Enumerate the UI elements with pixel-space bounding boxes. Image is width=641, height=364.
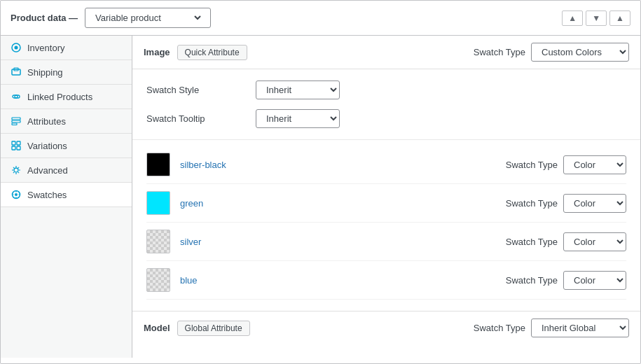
swatch-type-group-blue: Swatch Type Color Image Label bbox=[506, 271, 626, 290]
attributes-icon bbox=[11, 115, 22, 127]
swatch-type-label-blue: Swatch Type bbox=[506, 275, 558, 286]
color-name-green[interactable]: green bbox=[180, 198, 203, 209]
shipping-icon bbox=[11, 66, 22, 78]
sidebar-item-variations[interactable]: Variations bbox=[1, 134, 132, 158]
bottom-bar: Model Global Attribute Swatch Type Inher… bbox=[132, 311, 640, 344]
sidebar-item-label-variations: Variations bbox=[27, 141, 67, 151]
linked-products-icon bbox=[11, 91, 22, 102]
swatch-type-group-green: Swatch Type Color Image Label bbox=[506, 194, 626, 213]
inventory-icon bbox=[11, 42, 22, 53]
sidebar-item-label-inventory: Inventory bbox=[27, 43, 64, 53]
sidebar-item-label-attributes: Attributes bbox=[27, 116, 66, 127]
color-row-blue: blue Swatch Type Color Image Label bbox=[146, 261, 626, 300]
model-tab-label: Model bbox=[144, 323, 170, 333]
color-swatch-blue bbox=[146, 268, 170, 292]
sidebar-item-inventory[interactable]: Inventory bbox=[1, 36, 132, 60]
sidebar: Inventory Shipping Linked Products Attri… bbox=[1, 36, 132, 358]
sidebar-item-linked-products[interactable]: Linked Products bbox=[1, 85, 132, 109]
swatch-type-select-silber-black[interactable]: Color Image Label bbox=[563, 155, 626, 174]
swatch-type-select-green[interactable]: Color Image Label bbox=[563, 194, 626, 213]
sidebar-item-advanced[interactable]: Advanced bbox=[1, 158, 132, 183]
swatch-type-label: Swatch Type bbox=[474, 47, 525, 57]
swatch-tooltip-row: Swatch Tooltip Inherit Yes No bbox=[146, 109, 626, 128]
svg-rect-8 bbox=[17, 141, 20, 145]
product-data-panel: Product data — Variable product ▲ ▼ ▲ In… bbox=[0, 0, 641, 364]
product-type-wrapper: Variable product bbox=[85, 8, 211, 28]
color-name-blue[interactable]: blue bbox=[180, 275, 198, 286]
svg-rect-5 bbox=[12, 120, 20, 122]
svg-point-1 bbox=[15, 46, 18, 50]
image-tab-label: Image bbox=[144, 47, 170, 57]
product-data-header: Product data — Variable product ▲ ▼ ▲ bbox=[1, 1, 640, 36]
quick-attribute-button[interactable]: Quick Attribute bbox=[177, 45, 247, 60]
color-swatch-green bbox=[146, 191, 170, 215]
swatch-type-label-green: Swatch Type bbox=[506, 198, 558, 209]
swatch-style-label: Swatch Style bbox=[146, 85, 244, 95]
collapse-down-button[interactable]: ▼ bbox=[586, 10, 607, 26]
swatch-type-select-blue[interactable]: Color Image Label bbox=[563, 271, 626, 290]
color-swatch-silver bbox=[146, 230, 170, 253]
swatch-style-row: Swatch Style Inherit Square Circle Round… bbox=[146, 80, 626, 99]
advanced-icon bbox=[11, 164, 22, 176]
bottom-swatch-type-row: Swatch Type Inherit Global Custom Colors bbox=[474, 318, 629, 337]
svg-rect-9 bbox=[12, 146, 15, 150]
color-swatch-silber-black bbox=[146, 153, 170, 176]
expand-button[interactable]: ▲ bbox=[609, 10, 630, 26]
swatch-style-select[interactable]: Inherit Square Circle Rounded bbox=[256, 80, 340, 99]
sidebar-item-attributes[interactable]: Attributes bbox=[1, 109, 132, 134]
svg-rect-6 bbox=[12, 123, 17, 125]
swatch-type-select[interactable]: Custom Colors Inherit Global bbox=[531, 43, 629, 62]
product-data-label: Product data — bbox=[11, 13, 78, 23]
product-type-select[interactable]: Variable product bbox=[92, 12, 203, 24]
swatch-type-row: Swatch Type Custom Colors Inherit Global bbox=[474, 43, 629, 62]
sidebar-item-label-shipping: Shipping bbox=[27, 67, 63, 78]
content-area: Image Quick Attribute Swatch Type Custom… bbox=[132, 36, 640, 358]
swatch-type-label-silver: Swatch Type bbox=[506, 237, 558, 247]
swatch-tooltip-select[interactable]: Inherit Yes No bbox=[256, 109, 340, 128]
color-rows-section: silber-black Swatch Type Color Image Lab… bbox=[132, 140, 640, 305]
swatch-type-select-silver[interactable]: Color Image Label bbox=[563, 232, 626, 251]
color-name-silver[interactable]: silver bbox=[180, 237, 201, 247]
swatch-type-group-silver: Swatch Type Color Image Label bbox=[506, 232, 626, 251]
swatch-tooltip-label: Swatch Tooltip bbox=[146, 113, 244, 124]
bottom-swatch-type-select[interactable]: Inherit Global Custom Colors bbox=[531, 318, 629, 337]
swatch-type-label-silber-black: Swatch Type bbox=[506, 160, 558, 170]
global-attribute-button[interactable]: Global Attribute bbox=[177, 321, 250, 336]
swatches-icon bbox=[11, 189, 22, 200]
sidebar-item-label-swatches: Swatches bbox=[27, 190, 67, 200]
sidebar-item-label-linked: Linked Products bbox=[27, 92, 92, 102]
svg-point-13 bbox=[15, 193, 18, 196]
svg-rect-10 bbox=[17, 146, 20, 150]
color-row-green: green Swatch Type Color Image Label bbox=[146, 184, 626, 223]
content-top-bar: Image Quick Attribute Swatch Type Custom… bbox=[132, 36, 640, 69]
svg-point-11 bbox=[14, 168, 18, 172]
svg-rect-7 bbox=[12, 141, 15, 145]
swatch-type-group-silber-black: Swatch Type Color Image Label bbox=[506, 155, 626, 174]
main-layout: Inventory Shipping Linked Products Attri… bbox=[1, 36, 640, 358]
sidebar-item-swatches[interactable]: Swatches bbox=[1, 183, 132, 207]
color-name-silber-black[interactable]: silber-black bbox=[180, 160, 226, 170]
header-actions: ▲ ▼ ▲ bbox=[562, 10, 630, 26]
svg-rect-4 bbox=[12, 118, 20, 120]
color-row-silver: silver Swatch Type Color Image Label bbox=[146, 223, 626, 261]
swatch-form-section: Swatch Style Inherit Square Circle Round… bbox=[132, 69, 640, 140]
variations-icon bbox=[11, 140, 22, 151]
collapse-up-button[interactable]: ▲ bbox=[562, 10, 583, 26]
svg-rect-2 bbox=[12, 69, 20, 75]
bottom-swatch-type-label: Swatch Type bbox=[474, 323, 525, 333]
color-row-silber-black: silber-black Swatch Type Color Image Lab… bbox=[146, 146, 626, 184]
sidebar-item-label-advanced: Advanced bbox=[27, 165, 68, 176]
sidebar-item-shipping[interactable]: Shipping bbox=[1, 60, 132, 85]
